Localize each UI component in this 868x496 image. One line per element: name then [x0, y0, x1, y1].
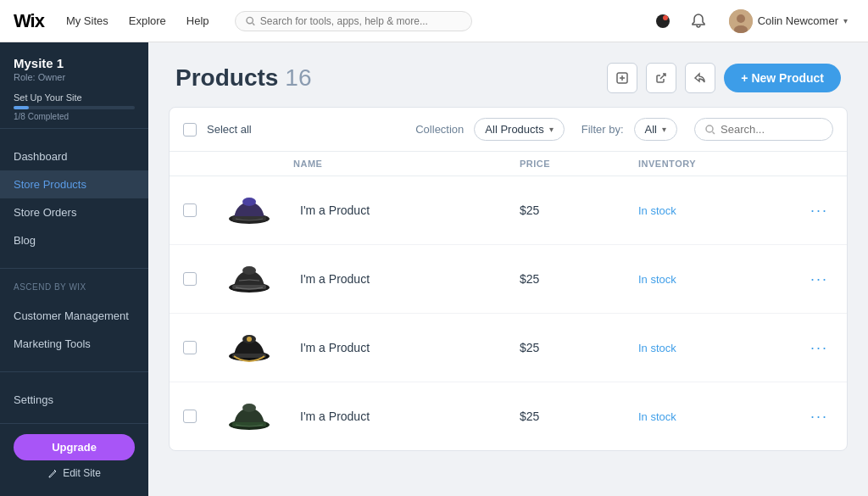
- site-name: Mysite 1: [14, 56, 135, 70]
- product-search-icon: [705, 125, 715, 135]
- sidebar-nav: Dashboard Store Products Store Orders Bl…: [0, 136, 148, 261]
- row-menu-button-3[interactable]: ···: [805, 337, 833, 359]
- row-checkbox-4[interactable]: [183, 410, 197, 423]
- col-header-inventory: INVENTORY: [638, 159, 791, 169]
- share-icon-btn[interactable]: [685, 63, 715, 93]
- collection-chevron-icon: ▾: [549, 125, 554, 134]
- sidebar-item-blog[interactable]: Blog: [0, 226, 148, 254]
- svg-point-19: [247, 337, 252, 342]
- top-nav: Wix My Sites Explore Help Colin Newcomer…: [0, 0, 868, 42]
- svg-line-1: [253, 23, 254, 25]
- svg-rect-18: [232, 354, 266, 358]
- user-menu[interactable]: Colin Newcomer ▾: [722, 6, 854, 36]
- sidebar-item-store-orders[interactable]: Store Orders: [0, 198, 148, 226]
- product-thumbnail-2: [225, 255, 273, 303]
- row-checkbox-1[interactable]: [183, 203, 197, 217]
- page-header: Products 16 + New Product: [148, 42, 868, 107]
- header-actions: + New Product: [607, 63, 841, 93]
- upgrade-button[interactable]: Upgrade: [14, 434, 135, 460]
- wix-logo: Wix: [14, 10, 44, 32]
- product-name-3: I'm a Product: [293, 341, 520, 354]
- product-search-input[interactable]: [721, 123, 822, 136]
- row-checkbox-2[interactable]: [183, 272, 197, 286]
- page-title: Products 16: [175, 64, 312, 92]
- product-inventory-2: In stock: [638, 273, 791, 286]
- row-actions-3: ···: [791, 337, 833, 359]
- filter-dropdown[interactable]: All ▾: [634, 118, 677, 141]
- edit-icon: [47, 468, 58, 478]
- row-checkbox-3[interactable]: [183, 341, 197, 354]
- filter-label: Filter by:: [581, 123, 624, 136]
- product-name-2: I'm a Product: [293, 272, 520, 286]
- settings-nav: Settings: [0, 379, 148, 421]
- nav-search-box[interactable]: [235, 11, 472, 31]
- sidebar-item-store-products[interactable]: Store Products: [0, 170, 148, 198]
- col-header-name: NAME: [293, 159, 520, 169]
- sidebar-item-settings[interactable]: Settings: [0, 386, 148, 414]
- export-icon-btn[interactable]: [607, 63, 637, 93]
- bell-icon[interactable]: [687, 9, 710, 33]
- collection-dropdown[interactable]: All Products ▾: [474, 118, 564, 141]
- ascend-section-label: Ascend by Wix: [0, 276, 148, 295]
- svg-rect-12: [232, 216, 266, 220]
- ascend-nav: Customer Management Marketing Tools: [0, 295, 148, 365]
- avatar: [729, 9, 753, 33]
- nav-icons: Colin Newcomer ▾: [651, 6, 854, 36]
- svg-point-0: [247, 17, 253, 23]
- edit-site-label: Edit Site: [63, 467, 101, 479]
- sidebar-bottom: Upgrade Edit Site: [0, 423, 148, 489]
- progress-bar-fill: [14, 106, 29, 109]
- new-product-button[interactable]: + New Product: [724, 64, 841, 92]
- external-link-icon-btn[interactable]: [646, 63, 676, 93]
- product-search-box[interactable]: [694, 118, 833, 141]
- sidebar-item-marketing-tools[interactable]: Marketing Tools: [0, 330, 148, 358]
- row-actions-4: ···: [791, 406, 833, 427]
- search-icon: [246, 16, 255, 26]
- notifications-icon[interactable]: [651, 9, 675, 33]
- svg-rect-22: [232, 422, 266, 426]
- help-link[interactable]: Help: [181, 11, 214, 31]
- select-all-checkbox[interactable]: [183, 123, 197, 137]
- product-name-4: I'm a Product: [293, 410, 520, 423]
- svg-point-21: [242, 404, 256, 412]
- row-menu-button-4[interactable]: ···: [805, 406, 833, 427]
- edit-site-button[interactable]: Edit Site: [14, 460, 135, 479]
- svg-line-9: [713, 131, 715, 134]
- svg-point-5: [737, 14, 745, 23]
- svg-point-8: [706, 125, 713, 132]
- page-count: 16: [285, 64, 311, 92]
- row-actions-1: ···: [791, 200, 833, 221]
- col-header-price: PRICE: [520, 159, 638, 169]
- product-thumbnail-4: [225, 393, 273, 440]
- main-layout: Mysite 1 Role: Owner Set Up Your Site 1/…: [0, 42, 868, 496]
- site-role: Role: Owner: [14, 72, 135, 82]
- table-row: I'm a Product $25 In stock ···: [170, 382, 847, 450]
- svg-point-11: [242, 198, 256, 206]
- product-thumbnail-3: [225, 324, 273, 371]
- filter-chevron-icon: ▾: [662, 125, 666, 134]
- row-menu-button-2[interactable]: ···: [805, 269, 833, 290]
- col-header-actions: [791, 159, 833, 169]
- progress-bar-bg: [14, 106, 135, 109]
- select-all-label[interactable]: Select all: [207, 123, 252, 136]
- table-row: I'm a Product $25 In stock ···: [170, 314, 847, 382]
- content-area: Products 16 + New Product Se: [148, 42, 868, 496]
- svg-point-2: [656, 14, 670, 28]
- table-header: NAME PRICE INVENTORY: [170, 152, 847, 176]
- col-header-image: [225, 159, 293, 169]
- product-price-1: $25: [520, 203, 638, 217]
- site-info: Mysite 1 Role: Owner Set Up Your Site 1/…: [0, 42, 148, 129]
- product-inventory-1: In stock: [638, 204, 791, 217]
- products-table: Select all Collection All Products ▾ Fil…: [169, 107, 848, 451]
- my-sites-link[interactable]: My Sites: [61, 11, 114, 31]
- sidebar-item-customer-management[interactable]: Customer Management: [0, 302, 148, 330]
- svg-point-14: [242, 266, 256, 275]
- chevron-down-icon: ▾: [843, 16, 848, 25]
- sidebar-divider-1: [0, 268, 148, 269]
- explore-link[interactable]: Explore: [124, 11, 171, 31]
- user-name: Colin Newcomer: [758, 14, 838, 27]
- sidebar-divider-2: [0, 371, 148, 372]
- nav-search-input[interactable]: [260, 15, 461, 27]
- row-menu-button-1[interactable]: ···: [805, 200, 833, 221]
- sidebar-item-dashboard[interactable]: Dashboard: [0, 142, 148, 170]
